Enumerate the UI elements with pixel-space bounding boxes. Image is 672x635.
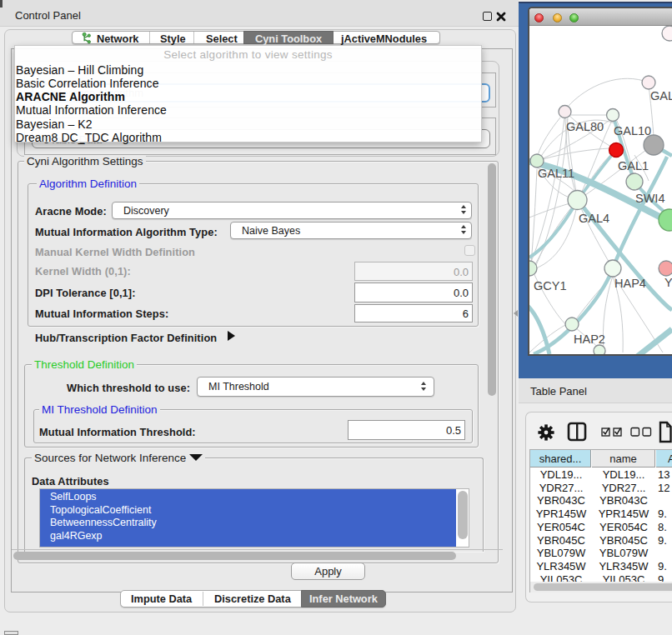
svg-text:GAL1: GAL1 bbox=[618, 159, 649, 172]
svg-text:GAL10: GAL10 bbox=[614, 124, 651, 138]
svg-text:GAL11: GAL11 bbox=[538, 167, 574, 180]
svg-text:GAL80: GAL80 bbox=[566, 120, 604, 133]
svg-text:Y: Y bbox=[664, 276, 672, 289]
svg-text:SWI4: SWI4 bbox=[635, 192, 664, 205]
svg-text:HAP2: HAP2 bbox=[574, 332, 605, 346]
svg-text:GAL4: GAL4 bbox=[579, 212, 609, 225]
svg-text:GCY1: GCY1 bbox=[534, 279, 567, 292]
svg-text:GAL: GAL bbox=[650, 89, 672, 102]
svg-text:HAP4: HAP4 bbox=[614, 277, 646, 290]
